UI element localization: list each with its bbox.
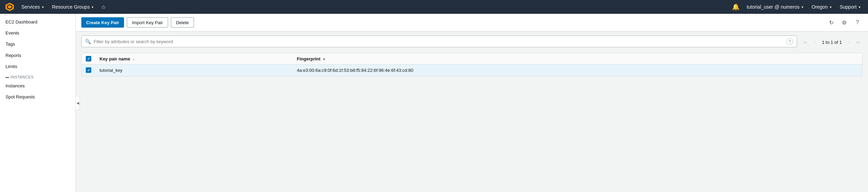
notifications-btn[interactable]: 🔔	[730, 0, 742, 14]
key-pairs-table: Key pair name ↕ Fingerprint ▾	[82, 53, 862, 76]
region-label: Oregon	[812, 4, 828, 10]
minus-icon: ▬	[6, 75, 9, 79]
resource-groups-menu[interactable]: Resource Groups ▾	[49, 0, 97, 14]
table-header-row: Key pair name ↕ Fingerprint ▾	[82, 53, 862, 65]
sort-icon: ↕	[133, 57, 135, 61]
resource-groups-chevron: ▾	[92, 5, 93, 9]
table-container: Key pair name ↕ Fingerprint ▾	[81, 53, 862, 76]
bell-icon: 🔔	[732, 3, 740, 11]
sidebar-item-events[interactable]: Events	[0, 28, 75, 39]
sidebar-item-reports[interactable]: Reports	[0, 50, 75, 61]
resource-groups-label: Resource Groups	[52, 4, 90, 10]
filter-dropdown-icon: ▾	[323, 57, 325, 61]
bookmarks-btn[interactable]: ☆	[98, 0, 108, 14]
services-label: Services	[21, 4, 40, 10]
gear-icon: ⚙	[842, 19, 847, 26]
pagination-text: 1 to 1 of 1	[822, 40, 842, 45]
filter-bar[interactable]: 🔍 ?	[81, 36, 797, 47]
instances-section-header: ▬ INSTANCES	[0, 72, 75, 80]
services-menu[interactable]: Services ▾	[18, 0, 47, 14]
table-row[interactable]: tutorial_key 4a:e3:00:6a:c9:0f:6d:1f:53:…	[82, 65, 862, 76]
import-key-pair-button[interactable]: Import Key Pair	[127, 17, 168, 28]
header-checkbox[interactable]	[86, 56, 91, 61]
refresh-btn[interactable]: ↻	[826, 17, 836, 28]
create-key-pair-button[interactable]: Create Key Pair	[81, 17, 124, 28]
support-chevron: ▾	[859, 5, 860, 9]
next-page-btn[interactable]: ›	[845, 38, 853, 46]
sidebar: EC2 Dashboard Events Tags Reports Limits…	[0, 14, 76, 192]
filter-help-btn[interactable]: ?	[786, 38, 793, 45]
layout: EC2 Dashboard Events Tags Reports Limits…	[0, 14, 868, 192]
first-page-btn[interactable]: ⏮	[801, 38, 809, 46]
sidebar-wrapper: EC2 Dashboard Events Tags Reports Limits…	[0, 14, 76, 192]
services-chevron: ▾	[42, 5, 44, 9]
pagination-bar: ⏮ ‹ 1 to 1 of 1 › ⏭	[801, 38, 862, 46]
user-label: tutorial_user @ numeros	[747, 4, 800, 10]
support-menu[interactable]: Support ▾	[836, 0, 864, 14]
sidebar-item-tags[interactable]: Tags	[0, 39, 75, 50]
bookmark-icon: ☆	[101, 4, 106, 10]
row-checkbox-cell	[82, 65, 95, 76]
sidebar-collapse-btn[interactable]: ◀	[76, 96, 80, 110]
header-fingerprint[interactable]: Fingerprint ▾	[293, 53, 862, 65]
help-icon: ?	[856, 19, 859, 26]
aws-logo[interactable]	[4, 1, 15, 12]
sidebar-item-limits[interactable]: Limits	[0, 61, 75, 72]
search-input[interactable]	[94, 39, 786, 44]
prev-page-btn[interactable]: ‹	[811, 38, 819, 46]
header-key-pair-name[interactable]: Key pair name ↕	[95, 53, 293, 65]
user-menu[interactable]: tutorial_user @ numeros ▾	[743, 0, 807, 14]
sidebar-item-spot-requests[interactable]: Spot Requests	[0, 92, 75, 103]
settings-btn[interactable]: ⚙	[839, 17, 849, 28]
sidebar-item-ec2-dashboard[interactable]: EC2 Dashboard	[0, 17, 75, 28]
row-key-pair-name: tutorial_key	[95, 65, 293, 76]
user-chevron: ▾	[802, 5, 803, 9]
refresh-icon: ↻	[829, 19, 834, 26]
region-menu[interactable]: Oregon ▾	[808, 0, 835, 14]
collapse-icon: ◀	[76, 101, 79, 105]
sidebar-item-instances[interactable]: Instances	[0, 80, 75, 92]
row-checkbox[interactable]	[86, 67, 91, 73]
row-fingerprint: 4a:e3:00:6a:c9:0f:6d:1f:53:b8:f5:84:22:6…	[293, 65, 862, 76]
delete-button[interactable]: Delete	[171, 17, 194, 28]
search-icon: 🔍	[85, 39, 91, 44]
support-label: Support	[840, 4, 857, 10]
header-checkbox-cell	[82, 53, 95, 65]
help-btn[interactable]: ?	[852, 17, 862, 28]
toolbar: Create Key Pair Import Key Pair Delete ↻…	[76, 14, 868, 31]
top-nav: Services ▾ Resource Groups ▾ ☆ 🔔 tutoria…	[0, 0, 868, 14]
last-page-btn[interactable]: ⏭	[854, 38, 862, 46]
content-area: 🔍 ? ⏮ ‹ 1 to 1 of 1 › ⏭	[76, 31, 868, 192]
main-content: Create Key Pair Import Key Pair Delete ↻…	[76, 14, 868, 192]
filter-pagination-row: 🔍 ? ⏮ ‹ 1 to 1 of 1 › ⏭	[81, 36, 862, 50]
region-chevron: ▾	[830, 5, 831, 9]
